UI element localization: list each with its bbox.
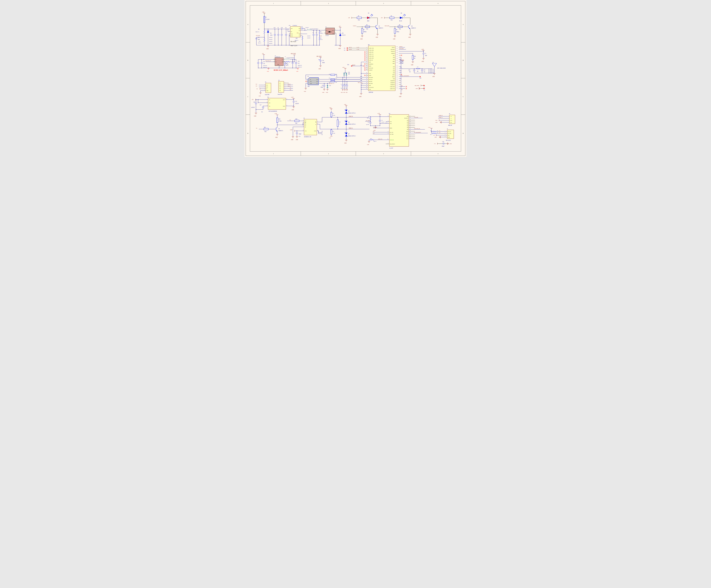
row-label: C [247, 96, 248, 97]
pin-num: 38 [396, 54, 397, 55]
resistor-r20 [337, 120, 339, 127]
val-r20: NC [339, 124, 340, 125]
val-r17: 4.7KΩ [332, 115, 335, 116]
val-c26: 1uF/16V [251, 107, 255, 108]
pin-name: EN [291, 31, 292, 32]
resistor-r25 [302, 37, 303, 40]
net-nb-tx: NB_TX [349, 47, 352, 48]
ref-u5: U5 [303, 118, 305, 119]
val-d7: SP4021-01FTG-C [348, 135, 356, 137]
npn-arrow [409, 28, 410, 29]
net-py-nrst: PY_NRST [366, 120, 370, 121]
part-p3: Atom-4Pin [265, 94, 269, 95]
u4-ioexp-circuit: U4 IO_EXP 6VCC 4VSS 21VSS 1NRST 9I2C_SCL… [365, 113, 428, 149]
pin-name: IN+ [326, 30, 327, 31]
pin-num: 17 [410, 123, 411, 124]
gnd-label: GND [435, 137, 437, 138]
net-label-vfb: VFB [297, 32, 299, 34]
net-label-vin-adc: VIN_ADC [256, 35, 260, 36]
row-label: D [463, 133, 464, 134]
part-u3: SIM [307, 86, 309, 87]
cap-c20 [281, 35, 283, 35]
ref-c4: C4 [285, 27, 286, 28]
val-r25: 200K/1% [295, 40, 298, 41]
pin-name: SIM_CLK [369, 79, 372, 80]
gnd-label: GND [322, 92, 324, 93]
tp6-arrow-icon [424, 88, 425, 89]
pin-name: IN [269, 99, 270, 100]
val-r9: 13K/1% [320, 39, 323, 40]
row-label: D [247, 133, 248, 134]
pin-num: 14 [366, 74, 367, 75]
led-d2-icon [400, 17, 403, 19]
cap-c10 [443, 143, 444, 145]
ref-e1: E1 [433, 62, 434, 63]
net-boot: BOOT [352, 65, 355, 66]
gnd-label-tp6: GND [416, 88, 418, 89]
pin-name: IO10 [406, 131, 408, 132]
pin-name: DE [305, 125, 306, 126]
val-c21: 10uF/6.3V [298, 67, 302, 68]
pin-name: IO11 [407, 133, 408, 134]
row-label: B [463, 60, 464, 61]
pin-name: UART1_DCD [369, 56, 373, 57]
pin-num: 2 [388, 143, 388, 144]
power-label-5v: +5V [381, 17, 383, 19]
ref-r23: R23 [370, 138, 372, 139]
power-label-3v3: +3.3V [378, 113, 380, 114]
gnd-icon [368, 141, 370, 143]
pin-name: SIM_VDD [369, 83, 372, 84]
pin-num: 15 [366, 76, 367, 77]
pin-num: 37 [396, 56, 397, 57]
val-c24: NC [409, 71, 411, 72]
val-q3: SS8050 Y1 [278, 130, 283, 131]
pin-num: 1 [264, 84, 265, 85]
part-u5: SP3485EN-L/TR [304, 136, 311, 137]
ic-u4 [389, 114, 409, 147]
net-g25: G25 [373, 133, 374, 134]
val-d6: SP4021-01FTG-C [348, 124, 356, 125]
net-addr-sel: ADDR_SEL [378, 138, 383, 139]
val-r18: 1KΩ [295, 123, 297, 124]
pin-name: UART1_TXD [369, 48, 373, 49]
net-u0t: U0T [401, 89, 403, 90]
ref-j1: J1 [447, 128, 448, 130]
cap-c21 [295, 63, 297, 63]
pin-num: 1 [388, 127, 388, 128]
val-r1: 1KΩ [358, 20, 360, 21]
diode-d3 [267, 30, 269, 32]
pin-name: VSS [390, 121, 392, 122]
ic-u5 [304, 119, 317, 135]
pin-num: 20 [410, 130, 411, 131]
pin-name: RST [317, 81, 318, 82]
resistor-r17 [330, 112, 332, 117]
pin-num: 2 [335, 29, 336, 30]
ref-d7: D7 [348, 133, 349, 135]
pin-num: 26 [396, 80, 397, 80]
ref-c1: C1 [278, 27, 279, 28]
pin-num: 2 [280, 66, 280, 67]
pin-num: 5 [287, 99, 287, 99]
pin-num: 6 [307, 80, 307, 81]
ref-u6: U6 [267, 97, 268, 98]
pin-name: IO13 [406, 136, 408, 137]
net-sim-pwr-en: SIM_PWR_EN [414, 128, 420, 129]
pin-name: IO_1833_SEL [369, 87, 374, 88]
val-c23: 10uF/6.3V [263, 65, 267, 66]
row-label: A [247, 24, 248, 25]
pin-name: NC [269, 106, 270, 107]
pin-name: VCC [316, 83, 318, 84]
p1-connector: P1 HDR_4P B A 12V+ 12V- RS485_B RS485_A … [435, 113, 455, 126]
pin-name: A [451, 118, 452, 119]
gnd-label: GND [343, 92, 345, 93]
gnd-label: GND [259, 95, 261, 96]
cap-c24 [413, 70, 415, 71]
ref-r2: R2 [391, 16, 392, 17]
resistor-r27 [284, 63, 285, 66]
pin-name: GND [369, 62, 371, 63]
pin-name: IO [310, 79, 311, 80]
gnd-label: GND [326, 92, 328, 93]
ref-p3: P3 [265, 82, 266, 83]
net-sim-vbat-tp5: SIM_VBAT [415, 85, 419, 86]
ref-p1: P1 [449, 113, 450, 114]
